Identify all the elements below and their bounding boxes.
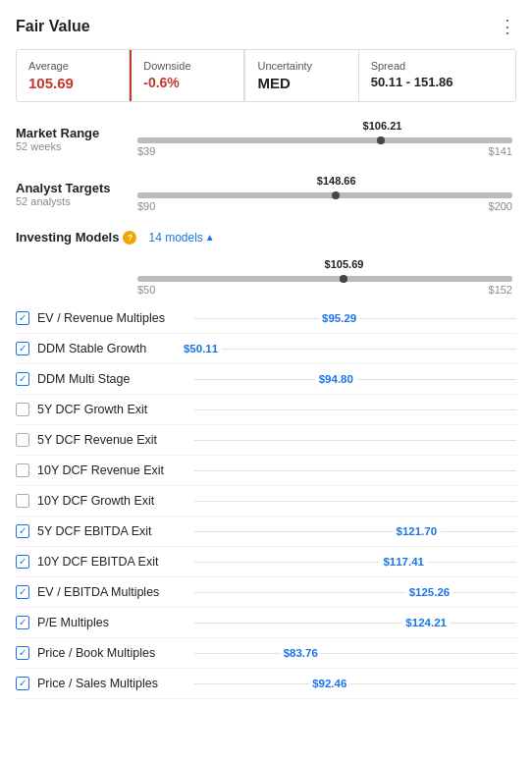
downside-value: -0.6% — [143, 75, 232, 90]
model-bar-line — [194, 409, 516, 410]
model-checkbox[interactable] — [16, 585, 29, 599]
average-value: 105.69 — [28, 75, 117, 91]
model-name: EV / Revenue Multiples — [37, 311, 194, 325]
model-value-badge: $94.80 — [316, 372, 356, 386]
investing-models-min: $50 — [137, 284, 155, 296]
page-title: Fair Value — [16, 18, 90, 35]
investing-models-header: Investing Models ? 14 models ▲ — [16, 230, 516, 245]
model-bar-line — [194, 501, 516, 502]
model-bar-line — [194, 653, 516, 654]
model-item: DDM Stable Growth$50.11 — [16, 334, 516, 364]
model-item: P/E Multiples$124.21 — [16, 608, 516, 638]
investing-models-value: $105.69 — [325, 258, 364, 270]
model-bar-area: $92.46 — [194, 674, 516, 693]
model-checkbox[interactable] — [16, 494, 29, 508]
market-range-dot — [377, 136, 385, 144]
market-range-min: $39 — [137, 145, 155, 157]
model-checkbox[interactable] — [16, 433, 29, 447]
analyst-targets-max: $200 — [489, 200, 512, 212]
downside-cell: Downside -0.6% — [132, 50, 244, 101]
model-bar-line — [194, 683, 516, 684]
model-bar-line — [194, 349, 516, 350]
model-name: Price / Sales Multiples — [37, 677, 194, 690]
model-bar-area: $94.80 — [194, 369, 516, 389]
model-bar-area: $117.41 — [194, 552, 516, 572]
analyst-targets-dot — [332, 191, 340, 199]
model-bar-area: $121.70 — [194, 521, 516, 541]
model-name: 10Y DCF EBITDA Exit — [37, 555, 194, 569]
model-value-badge: $83.76 — [281, 646, 321, 660]
page-wrapper: Fair Value ⋮ Average 105.69 Downside -0.… — [0, 0, 532, 719]
model-bar-line — [194, 470, 516, 471]
model-item: 10Y DCF Revenue Exit — [16, 456, 516, 486]
downside-label: Downside — [143, 60, 232, 72]
model-value-badge: $124.21 — [402, 616, 450, 629]
model-bar-line — [194, 531, 516, 532]
model-bar-area — [194, 491, 516, 511]
model-name: 10Y DCF Growth Exit — [37, 494, 194, 508]
model-name: DDM Multi Stage — [37, 372, 194, 386]
model-item: EV / EBITDA Multiples$125.26 — [16, 577, 516, 608]
model-bar-area: $83.76 — [194, 643, 516, 663]
model-name: 5Y DCF EBITDA Exit — [37, 524, 194, 538]
average-label: Average — [28, 60, 117, 72]
spread-value: 50.11 - 151.86 — [371, 75, 504, 89]
spread-label: Spread — [371, 60, 504, 72]
chevron-up-icon: ▲ — [205, 232, 215, 243]
model-item: 5Y DCF EBITDA Exit$121.70 — [16, 517, 516, 547]
model-item: 5Y DCF Growth Exit — [16, 395, 516, 425]
market-range-bar — [137, 137, 512, 143]
uncertainty-value: MED — [257, 75, 346, 91]
models-toggle[interactable]: 14 models ▲ — [148, 231, 214, 245]
uncertainty-cell: Uncertainty MED — [244, 50, 358, 101]
analyst-targets-bar — [137, 192, 512, 198]
analyst-targets-chart: $148.66 $90 $200 — [133, 175, 516, 212]
analyst-targets-value: $148.66 — [317, 175, 356, 187]
investing-models-range-row: $105.69 $50 $152 — [16, 258, 516, 296]
model-value-badge: $121.70 — [394, 524, 441, 538]
investing-models-bar — [137, 276, 512, 282]
model-name: EV / EBITDA Multiples — [37, 585, 194, 599]
model-name: 10Y DCF Revenue Exit — [37, 463, 194, 477]
model-bar-area: $95.29 — [194, 308, 516, 328]
model-value-badge: $95.29 — [319, 311, 359, 325]
model-item: EV / Revenue Multiples$95.29 — [16, 303, 516, 334]
model-name: 5Y DCF Revenue Exit — [37, 433, 194, 447]
model-checkbox[interactable] — [16, 646, 29, 660]
model-checkbox[interactable] — [16, 342, 29, 355]
model-checkbox[interactable] — [16, 463, 29, 477]
market-range-chart: $106.21 $39 $141 — [133, 120, 516, 157]
more-icon[interactable]: ⋮ — [499, 16, 516, 37]
analyst-targets-fill — [137, 192, 512, 198]
model-item: Price / Sales Multiples$92.46 — [16, 669, 516, 699]
investing-models-dot — [340, 275, 347, 283]
uncertainty-label: Uncertainty — [257, 60, 346, 72]
investing-models-fill — [137, 276, 512, 282]
model-bar-area: $125.26 — [194, 582, 516, 602]
model-bar-area — [194, 400, 516, 419]
model-bar-area — [194, 461, 516, 480]
model-checkbox[interactable] — [16, 403, 29, 416]
header: Fair Value ⋮ — [16, 16, 516, 37]
summary-bar: Average 105.69 Downside -0.6% Uncertaint… — [16, 49, 516, 102]
model-bar-area — [194, 430, 516, 450]
model-checkbox[interactable] — [16, 524, 29, 538]
model-checkbox[interactable] — [16, 616, 29, 629]
analyst-targets-row: Analyst Targets 52 analysts $148.66 $90 … — [16, 175, 516, 212]
model-bar-line — [194, 623, 516, 624]
analyst-targets-label: Analyst Targets 52 analysts — [16, 181, 133, 207]
model-checkbox[interactable] — [16, 555, 29, 569]
model-list: EV / Revenue Multiples$95.29DDM Stable G… — [16, 303, 516, 699]
model-checkbox[interactable] — [16, 372, 29, 386]
model-bar-line — [194, 562, 516, 563]
model-checkbox[interactable] — [16, 311, 29, 325]
info-icon[interactable]: ? — [123, 231, 136, 245]
model-value-badge: $92.46 — [309, 677, 349, 690]
model-name: DDM Stable Growth — [37, 342, 194, 355]
model-value-badge: $117.41 — [380, 555, 427, 569]
market-range-row: Market Range 52 weeks $106.21 $39 $141 — [16, 120, 516, 157]
average-cell: Average 105.69 — [17, 50, 130, 101]
model-checkbox[interactable] — [16, 677, 29, 690]
model-value-badge: $50.11 — [181, 342, 221, 355]
model-value-badge: $125.26 — [406, 585, 453, 599]
